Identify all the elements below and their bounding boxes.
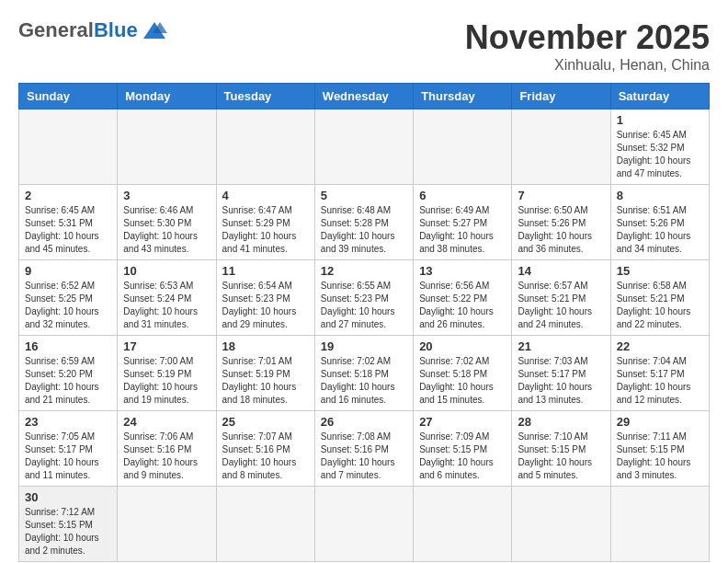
calendar-cell (19, 109, 118, 185)
calendar-cell: 9Sunrise: 6:52 AM Sunset: 5:25 PM Daylig… (19, 260, 118, 336)
calendar-cell (414, 109, 512, 185)
day-number: 16 (25, 339, 111, 353)
day-info: Sunrise: 7:11 AM Sunset: 5:15 PM Dayligh… (617, 431, 703, 482)
day-number: 11 (222, 264, 309, 278)
day-info: Sunrise: 7:02 AM Sunset: 5:18 PM Dayligh… (419, 355, 506, 407)
day-info: Sunrise: 6:49 AM Sunset: 5:27 PM Dayligh… (419, 204, 506, 256)
day-number: 7 (518, 189, 604, 202)
calendar-header-row: SundayMondayTuesdayWednesdayThursdayFrid… (19, 84, 710, 109)
column-header-wednesday: Wednesday (314, 84, 413, 109)
day-info: Sunrise: 7:12 AM Sunset: 5:15 PM Dayligh… (25, 506, 111, 557)
day-number: 20 (419, 339, 506, 353)
calendar-cell (414, 487, 512, 562)
calendar-cell: 17Sunrise: 7:00 AM Sunset: 5:19 PM Dayli… (118, 336, 216, 411)
calendar-cell: 23Sunrise: 7:05 AM Sunset: 5:17 PM Dayli… (19, 411, 118, 487)
column-header-monday: Monday (118, 84, 216, 109)
calendar-cell: 14Sunrise: 6:57 AM Sunset: 5:21 PM Dayli… (512, 260, 610, 336)
calendar-cell: 29Sunrise: 7:11 AM Sunset: 5:15 PM Dayli… (610, 411, 709, 487)
day-info: Sunrise: 7:10 AM Sunset: 5:15 PM Dayligh… (518, 431, 604, 482)
calendar-cell: 12Sunrise: 6:55 AM Sunset: 5:23 PM Dayli… (314, 260, 413, 336)
day-info: Sunrise: 6:55 AM Sunset: 5:23 PM Dayligh… (321, 280, 407, 331)
calendar-cell (512, 487, 610, 562)
day-info: Sunrise: 7:05 AM Sunset: 5:17 PM Dayligh… (25, 431, 111, 482)
calendar-cell: 7Sunrise: 6:50 AM Sunset: 5:26 PM Daylig… (512, 185, 610, 260)
calendar-cell: 5Sunrise: 6:48 AM Sunset: 5:28 PM Daylig… (314, 185, 413, 260)
day-number: 17 (123, 339, 210, 353)
day-number: 13 (419, 264, 506, 278)
day-number: 30 (25, 490, 111, 504)
day-info: Sunrise: 6:51 AM Sunset: 5:26 PM Dayligh… (617, 204, 703, 256)
day-number: 22 (617, 339, 703, 353)
calendar-cell (216, 487, 314, 562)
day-info: Sunrise: 6:59 AM Sunset: 5:20 PM Dayligh… (25, 355, 111, 407)
calendar-cell: 25Sunrise: 7:07 AM Sunset: 5:16 PM Dayli… (216, 411, 314, 487)
calendar-week-row: 1Sunrise: 6:45 AM Sunset: 5:32 PM Daylig… (19, 109, 710, 185)
day-number: 27 (419, 415, 506, 429)
day-info: Sunrise: 6:48 AM Sunset: 5:28 PM Dayligh… (321, 204, 407, 256)
column-header-saturday: Saturday (610, 84, 709, 109)
calendar-cell: 16Sunrise: 6:59 AM Sunset: 5:20 PM Dayli… (19, 336, 118, 411)
day-number: 21 (518, 339, 604, 353)
calendar-table: SundayMondayTuesdayWednesdayThursdayFrid… (18, 83, 710, 562)
day-number: 3 (123, 189, 210, 202)
calendar-week-row: 16Sunrise: 6:59 AM Sunset: 5:20 PM Dayli… (19, 336, 710, 411)
day-info: Sunrise: 7:00 AM Sunset: 5:19 PM Dayligh… (123, 355, 210, 407)
calendar-cell (216, 109, 314, 185)
day-info: Sunrise: 6:45 AM Sunset: 5:32 PM Dayligh… (617, 129, 703, 180)
calendar-cell: 30Sunrise: 7:12 AM Sunset: 5:15 PM Dayli… (19, 487, 118, 562)
calendar-cell (610, 487, 709, 562)
day-number: 10 (123, 264, 210, 278)
title-block: November 2025 Xinhualu, Henan, China (465, 18, 710, 74)
column-header-friday: Friday (512, 84, 610, 109)
calendar-cell: 8Sunrise: 6:51 AM Sunset: 5:26 PM Daylig… (610, 185, 709, 260)
day-info: Sunrise: 6:47 AM Sunset: 5:29 PM Dayligh… (222, 204, 309, 256)
day-info: Sunrise: 7:02 AM Sunset: 5:18 PM Dayligh… (321, 355, 407, 407)
day-number: 18 (222, 339, 309, 353)
day-number: 8 (617, 189, 703, 202)
day-info: Sunrise: 6:52 AM Sunset: 5:25 PM Dayligh… (25, 280, 111, 331)
column-header-tuesday: Tuesday (216, 84, 314, 109)
day-info: Sunrise: 6:56 AM Sunset: 5:22 PM Dayligh… (419, 280, 506, 331)
day-number: 5 (321, 189, 407, 202)
calendar-cell: 11Sunrise: 6:54 AM Sunset: 5:23 PM Dayli… (216, 260, 314, 336)
calendar-cell: 13Sunrise: 6:56 AM Sunset: 5:22 PM Dayli… (414, 260, 512, 336)
day-info: Sunrise: 7:08 AM Sunset: 5:16 PM Dayligh… (321, 431, 407, 482)
calendar-week-row: 30Sunrise: 7:12 AM Sunset: 5:15 PM Dayli… (19, 487, 710, 562)
day-info: Sunrise: 6:50 AM Sunset: 5:26 PM Dayligh… (518, 204, 604, 256)
day-number: 2 (25, 189, 111, 202)
day-info: Sunrise: 6:58 AM Sunset: 5:21 PM Dayligh… (617, 280, 703, 331)
day-number: 9 (25, 264, 111, 278)
calendar-week-row: 2Sunrise: 6:45 AM Sunset: 5:31 PM Daylig… (19, 185, 710, 260)
day-info: Sunrise: 7:03 AM Sunset: 5:17 PM Dayligh… (518, 355, 604, 407)
calendar-cell (512, 109, 610, 185)
calendar-cell: 6Sunrise: 6:49 AM Sunset: 5:27 PM Daylig… (414, 185, 512, 260)
calendar-cell: 1Sunrise: 6:45 AM Sunset: 5:32 PM Daylig… (610, 109, 709, 185)
calendar-cell (314, 109, 413, 185)
day-info: Sunrise: 6:46 AM Sunset: 5:30 PM Dayligh… (123, 204, 210, 256)
logo: General Blue (18, 18, 167, 42)
calendar-cell: 21Sunrise: 7:03 AM Sunset: 5:17 PM Dayli… (512, 336, 610, 411)
day-number: 1 (617, 113, 703, 127)
column-header-sunday: Sunday (19, 84, 118, 109)
logo-general-text: General (18, 18, 94, 42)
calendar-cell: 26Sunrise: 7:08 AM Sunset: 5:16 PM Dayli… (314, 411, 413, 487)
day-info: Sunrise: 6:45 AM Sunset: 5:31 PM Dayligh… (25, 204, 111, 256)
day-number: 12 (321, 264, 407, 278)
month-title: November 2025 (465, 18, 710, 57)
day-number: 29 (617, 415, 703, 429)
calendar-cell: 18Sunrise: 7:01 AM Sunset: 5:19 PM Dayli… (216, 336, 314, 411)
day-number: 15 (617, 264, 703, 278)
calendar-cell (314, 487, 413, 562)
calendar-cell: 19Sunrise: 7:02 AM Sunset: 5:18 PM Dayli… (314, 336, 413, 411)
calendar-cell: 24Sunrise: 7:06 AM Sunset: 5:16 PM Dayli… (118, 411, 216, 487)
day-info: Sunrise: 6:54 AM Sunset: 5:23 PM Dayligh… (222, 280, 309, 331)
day-info: Sunrise: 7:01 AM Sunset: 5:19 PM Dayligh… (222, 355, 309, 407)
day-info: Sunrise: 7:04 AM Sunset: 5:17 PM Dayligh… (617, 355, 703, 407)
day-info: Sunrise: 7:07 AM Sunset: 5:16 PM Dayligh… (222, 431, 309, 482)
calendar-cell: 20Sunrise: 7:02 AM Sunset: 5:18 PM Dayli… (414, 336, 512, 411)
day-number: 23 (25, 415, 111, 429)
calendar-week-row: 23Sunrise: 7:05 AM Sunset: 5:17 PM Dayli… (19, 411, 710, 487)
calendar-cell: 2Sunrise: 6:45 AM Sunset: 5:31 PM Daylig… (19, 185, 118, 260)
day-number: 28 (518, 415, 604, 429)
calendar-cell: 15Sunrise: 6:58 AM Sunset: 5:21 PM Dayli… (610, 260, 709, 336)
